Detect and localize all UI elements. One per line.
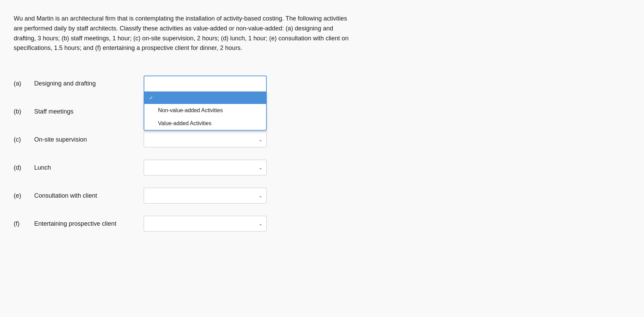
activity-letter-e: (e) [14,192,34,199]
activity-row-c: (c) On-site supervision Non-value-added … [14,126,630,154]
dropdown-a-trigger[interactable] [144,76,267,91]
activity-row-a: (a) Designing and drafting ✓ Non-value-a… [14,69,630,97]
dropdown-d-container[interactable]: Non-value-added Activities Value-added A… [144,160,267,175]
dropdown-e-container[interactable]: Non-value-added Activities Value-added A… [144,188,267,203]
dropdown-a-list: ✓ Non-value-added Activities Value-added… [144,91,267,131]
activity-label-f: Entertaining prospective client [34,220,144,227]
dropdown-option-non-value-added-a[interactable]: Non-value-added Activities [144,104,266,117]
activity-row-f: (f) Entertaining prospective client Non-… [14,210,630,238]
activity-label-a: Designing and drafting [34,80,144,87]
dropdown-d-select[interactable]: Non-value-added Activities Value-added A… [144,160,267,175]
dropdown-f-container[interactable]: Non-value-added Activities Value-added A… [144,216,267,232]
activity-row-b: (b) Staff meetings Non-value-added Activ… [14,97,630,126]
dropdown-option-blank-a[interactable]: ✓ [144,92,266,104]
activity-label-e: Consultation with client [34,192,144,199]
activity-letter-a: (a) [14,80,34,87]
dropdown-c-select[interactable]: Non-value-added Activities Value-added A… [144,132,267,147]
activity-letter-f: (f) [14,220,34,227]
dropdown-a-open[interactable]: ✓ Non-value-added Activities Value-added… [144,76,267,91]
non-value-added-label-a: Non-value-added Activities [158,107,223,114]
activity-row-d: (d) Lunch Non-value-added Activities Val… [14,154,630,182]
activity-row-e: (e) Consultation with client Non-value-a… [14,182,630,210]
value-added-label-a: Value-added Activities [158,120,211,127]
check-icon-a: ✓ [149,95,155,101]
activity-letter-b: (b) [14,108,34,115]
activity-label-d: Lunch [34,164,144,171]
dropdown-f-select[interactable]: Non-value-added Activities Value-added A… [144,216,267,232]
activity-letter-d: (d) [14,164,34,171]
dropdown-option-value-added-a[interactable]: Value-added Activities [144,117,266,130]
activity-label-c: On-site supervision [34,136,144,143]
activities-list: (a) Designing and drafting ✓ Non-value-a… [14,69,630,238]
dropdown-c-container[interactable]: Non-value-added Activities Value-added A… [144,132,267,147]
activity-label-b: Staff meetings [34,108,144,115]
activity-letter-c: (c) [14,136,34,143]
dropdown-e-select[interactable]: Non-value-added Activities Value-added A… [144,188,267,203]
intro-paragraph: Wu and Martin is an architectural firm t… [14,14,356,53]
